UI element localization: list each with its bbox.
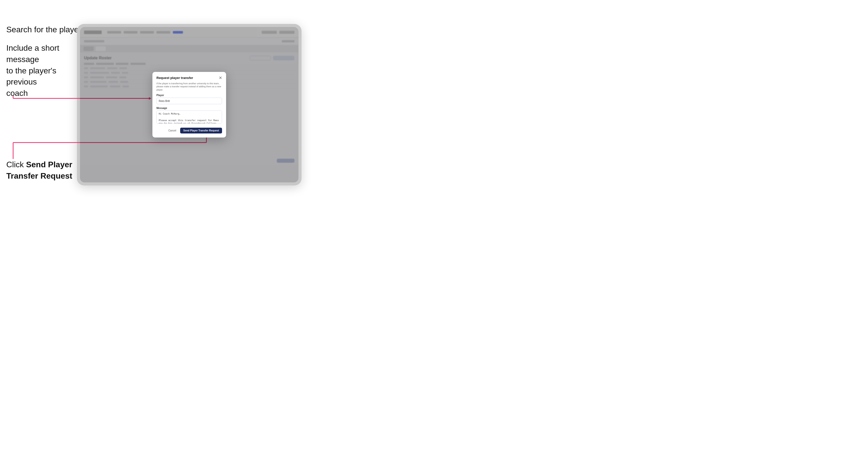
send-transfer-request-button[interactable]: Send Player Transfer Request — [180, 128, 222, 133]
tablet-device: Update Roster — [77, 24, 302, 185]
annotation-search-label: Search for the player. — [6, 25, 83, 34]
annotation-search-text: Search for the player. — [6, 24, 83, 35]
annotation-message-text: Include a short messageto the player's p… — [6, 42, 77, 99]
modal-header: Request player transfer ✕ — [156, 76, 222, 80]
message-textarea[interactable]: Hi Coach McHarg, Please accept this tran… — [156, 111, 222, 124]
annotation-click-text: Click Send PlayerTransfer Request — [6, 159, 72, 182]
player-search-input[interactable] — [156, 98, 222, 104]
cancel-button[interactable]: Cancel — [166, 128, 178, 133]
modal-title: Request player transfer — [156, 76, 193, 80]
annotation-click-prefix: Click — [6, 160, 26, 169]
player-field-label: Player — [156, 94, 222, 97]
request-transfer-modal: Request player transfer ✕ If the player … — [152, 72, 226, 138]
message-field-label: Message — [156, 107, 222, 110]
modal-description: If the player is transferring from anoth… — [156, 82, 222, 92]
close-icon[interactable]: ✕ — [219, 76, 222, 80]
modal-actions: Cancel Send Player Transfer Request — [156, 128, 222, 133]
modal-overlay: Request player transfer ✕ If the player … — [80, 27, 299, 182]
tablet-screen: Update Roster — [80, 27, 299, 182]
